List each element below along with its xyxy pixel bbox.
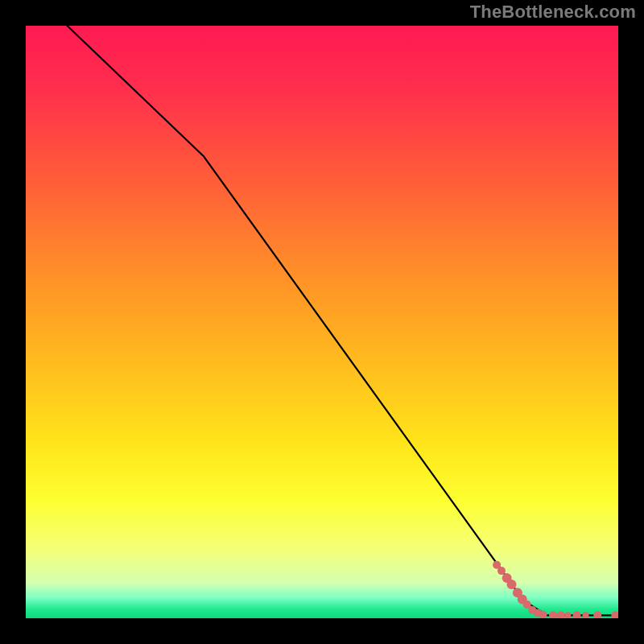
plot-area (26, 26, 618, 618)
marker-point (507, 580, 517, 589)
watermark-text: TheBottleneck.com (470, 2, 636, 23)
marker-point (497, 567, 506, 575)
marker-point (564, 612, 571, 618)
chart-svg (26, 26, 618, 618)
chart-container: TheBottleneck.com (0, 0, 644, 644)
marker-point (583, 612, 589, 618)
